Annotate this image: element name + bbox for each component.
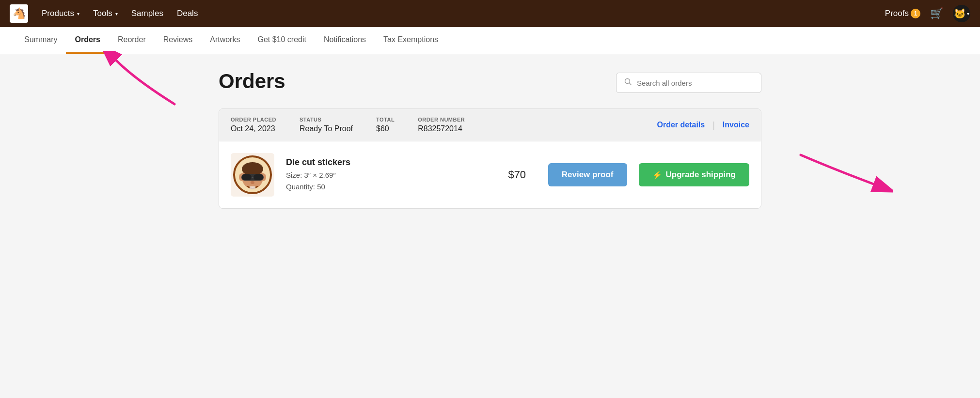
nav-tools[interactable]: Tools ▾ [93,9,118,18]
svg-rect-10 [253,174,263,180]
actions-divider: | [712,120,715,130]
product-info: Die cut stickers Size: 3″ × 2.69″ Quanti… [286,157,486,193]
tab-notifications[interactable]: Notifications [315,27,375,54]
tab-artworks[interactable]: Artworks [201,27,249,54]
logo-icon: 🐴 [10,4,28,23]
order-item-row: Die cut stickers Size: 3″ × 2.69″ Quanti… [219,141,761,208]
tab-orders[interactable]: Orders [66,27,109,54]
total-value: $60 [376,124,395,133]
page-header: Orders [219,70,761,93]
svg-rect-9 [242,174,252,180]
page-title: Orders [219,70,285,93]
proofs-badge: 1 [911,9,920,18]
tab-tax-exemptions[interactable]: Tax Exemptions [375,27,447,54]
order-number-label: ORDER NUMBER [418,117,465,122]
order-status-group: STATUS Ready To Proof [300,117,353,133]
product-quantity: Quantity: 50 [286,181,486,193]
top-nav: 🐴 Products ▾ Tools ▾ Samples Deals Proof… [0,0,980,27]
order-header: ORDER PLACED Oct 24, 2023 STATUS Ready T… [219,109,761,141]
order-details-link[interactable]: Order details [657,121,705,129]
status-label: STATUS [300,117,353,122]
tools-dropdown-arrow: ▾ [115,11,118,16]
logo[interactable]: 🐴 [10,4,28,23]
user-avatar[interactable]: 🐱 ▾ [953,5,970,22]
product-price: $70 [498,168,537,181]
svg-point-12 [251,181,254,184]
svg-rect-13 [250,186,255,189]
product-name: Die cut stickers [286,157,486,168]
tab-get-credit[interactable]: Get $10 credit [249,27,315,54]
search-icon [624,78,632,88]
order-number-group: ORDER NUMBER R832572014 [418,117,465,133]
order-number-value: R832572014 [418,124,465,133]
proofs-button[interactable]: Proofs 1 [885,9,920,18]
nav-samples[interactable]: Samples [131,9,163,18]
order-placed-group: ORDER PLACED Oct 24, 2023 [231,117,276,133]
status-value: Ready To Proof [300,124,353,133]
product-image [231,153,274,197]
order-card: ORDER PLACED Oct 24, 2023 STATUS Ready T… [219,108,761,209]
tab-summary[interactable]: Summary [16,27,66,54]
total-label: TOTAL [376,117,395,122]
products-dropdown-arrow: ▾ [77,11,79,16]
svg-line-1 [630,83,632,85]
order-placed-value: Oct 24, 2023 [231,124,276,133]
tab-reviews[interactable]: Reviews [155,27,201,54]
cart-icon[interactable]: 🛒 [930,7,943,20]
top-nav-left: 🐴 Products ▾ Tools ▾ Samples Deals [10,4,198,23]
upgrade-shipping-button[interactable]: ⚡ Upgrade shipping [639,163,750,186]
nav-deals[interactable]: Deals [177,9,198,18]
product-size: Size: 3″ × 2.69″ [286,169,486,181]
order-total-group: TOTAL $60 [376,117,395,133]
invoice-link[interactable]: Invoice [723,121,749,129]
svg-point-5 [242,162,263,176]
tab-reorder[interactable]: Reorder [109,27,155,54]
top-nav-right: Proofs 1 🛒 🐱 ▾ [885,5,970,22]
main-content: Orders ORDER PLACED Oct 24, 2023 [199,54,781,398]
search-input[interactable] [637,79,753,87]
review-proof-button[interactable]: Review proof [548,163,627,186]
order-placed-label: ORDER PLACED [231,117,276,122]
lightning-icon: ⚡ [652,170,662,180]
search-box[interactable] [616,73,761,93]
nav-products[interactable]: Products ▾ [42,9,79,18]
order-header-actions: Order details | Invoice [657,120,749,130]
sub-nav: Summary Orders Reorder Reviews Artworks … [0,27,980,54]
